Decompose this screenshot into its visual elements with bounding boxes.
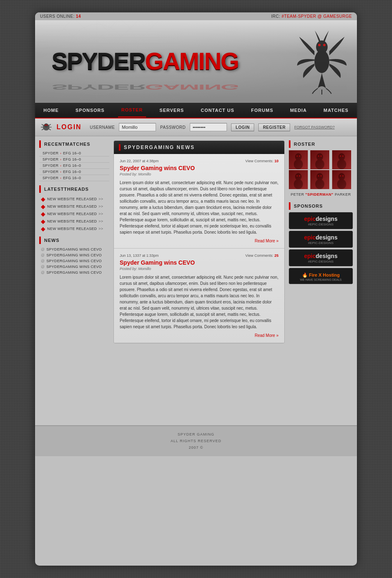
news-bullet-icon: @ <box>41 247 45 251</box>
roster-thumb <box>289 150 308 169</box>
svg-rect-46 <box>310 170 329 189</box>
post2-title[interactable]: Spyder Gaming wins CEVO <box>120 259 279 266</box>
list-item: ◆ NEW WEBSITE RELEASED >> <box>39 203 109 210</box>
roster-thumb <box>332 150 351 169</box>
center-column: SPYDERGAMING NEWS Jun 22, 2007 at 4:38pm… <box>113 140 285 421</box>
svg-point-37 <box>338 153 345 161</box>
news-post-2: Jun 13, 1337 at 1:33pm View Comments: 25… <box>114 249 284 343</box>
nav-home[interactable]: HOME <box>40 104 62 117</box>
news-bullet-icon: @ <box>41 265 45 269</box>
post2-comments: View Comments: 25 <box>246 253 279 258</box>
login-title: LOGIN <box>57 123 82 131</box>
table-row: SPYDER › EFG 16–0 <box>39 169 109 175</box>
svg-point-47 <box>316 173 323 180</box>
svg-point-49 <box>318 175 319 177</box>
bullet-icon: ◆ <box>41 211 45 217</box>
svg-rect-36 <box>332 150 351 169</box>
svg-rect-51 <box>332 170 351 189</box>
post1-author: Posted by: Momillo <box>120 172 279 176</box>
bullet-icon: ◆ <box>41 204 45 209</box>
post2-date: Jun 13, 1337 at 1:33pm <box>120 253 159 258</box>
roster-player-name: PETER "SPIDERMAN" PARKER <box>289 192 353 197</box>
banner-reflection: SPYDER GAMING <box>52 83 239 91</box>
post1-body: Lorem ipsum dolor sit amet, consectetuer… <box>120 180 279 235</box>
list-item: @ SPYDERGAMING WINS CEVO <box>39 246 109 252</box>
list-item: @ SPYDERGAMING WINS CEVO <box>39 264 109 270</box>
post1-title[interactable]: Spyder Gaming wins CEVO <box>120 165 279 171</box>
sponsors-title: SPONSORS <box>294 204 323 208</box>
nav-sponsors[interactable]: SPONSORS <box>72 104 108 117</box>
nav-roster[interactable]: ROSTER <box>118 103 146 117</box>
spider-logo <box>295 24 349 95</box>
roster-thumb <box>332 170 351 189</box>
bullet-icon: ◆ <box>41 226 45 232</box>
svg-point-43 <box>294 179 303 189</box>
nav-media[interactable]: MEDIA <box>287 104 310 117</box>
content-area: RECENTMATCHES SPYDER › EFG 16–0 SPYDER ›… <box>35 136 357 425</box>
users-online-label: USERS ONLINE: 14 <box>40 14 81 19</box>
svg-rect-31 <box>310 150 329 169</box>
list-item: ◆ NEW WEBSITE RELEASED >> <box>39 225 109 232</box>
table-row: SPYDER › EFG 16–0 <box>39 150 109 156</box>
sponsor-epicdesigns-3[interactable]: epicdesigns #EPIC-DESIGNS <box>289 249 353 266</box>
nav-servers[interactable]: SERVERS <box>156 104 187 117</box>
post2-author: Posted by: Momillo <box>120 267 279 271</box>
news-post-1: Jun 22, 2007 at 4:38pm View Comments: 10… <box>114 154 284 249</box>
news-bullet-icon: @ <box>41 253 45 257</box>
svg-point-25 <box>47 125 48 126</box>
news-left-list: @ SPYDERGAMING WINS CEVO @ SPYDERGAMING … <box>39 246 109 275</box>
login-spider-icon <box>40 121 52 133</box>
list-item: @ SPYDERGAMING WINS CEVO <box>39 252 109 258</box>
latest-threads-title: LATESTTHREADS <box>44 187 89 192</box>
news-panel-title: SPYDERGAMING NEWS <box>124 144 195 150</box>
table-row: SPYDER › EFG 16–0 <box>39 175 109 181</box>
login-button[interactable]: LOGIN <box>231 123 254 131</box>
svg-point-30 <box>299 156 300 157</box>
username-input[interactable] <box>119 123 156 131</box>
svg-point-13 <box>316 40 328 54</box>
navigation: HOME SPONSORS ROSTER SERVERS CONTACT US … <box>35 103 357 118</box>
username-label: USERNAME <box>90 125 115 130</box>
svg-point-45 <box>299 175 300 177</box>
post2-read-more[interactable]: Read More » <box>120 333 279 338</box>
news-panel-header: SPYDERGAMING NEWS <box>114 141 284 154</box>
svg-point-38 <box>337 159 346 169</box>
forgot-password-link[interactable]: FORGOT PASSWORD? <box>294 125 335 129</box>
sponsors-section: SPONSORS epicdesigns #EPIC-DESIGNS epicd… <box>289 202 353 284</box>
table-row: SPYDER › EFG 16–0 <box>39 163 109 169</box>
banner-title: SPYDER GAMING <box>52 49 239 73</box>
svg-point-55 <box>342 175 343 177</box>
irc-info: IRC: #TEAM-SPYDER @ GAMESURGE <box>271 14 352 19</box>
roster-title: ROSTER <box>294 142 315 147</box>
post1-read-more[interactable]: Read More » <box>120 239 279 243</box>
post1-date: Jun 22, 2007 at 4:38pm <box>120 159 159 163</box>
bullet-icon: ◆ <box>41 196 45 202</box>
sponsor-epicdesigns-1[interactable]: epicdesigns #EPIC-DESIGNS <box>289 212 353 229</box>
svg-point-23 <box>44 123 48 128</box>
nav-matches[interactable]: MATCHES <box>320 104 352 117</box>
post1-comments: View Comments: 10 <box>246 159 279 163</box>
footer-line2: ALL RIGHTS RESERVED <box>40 438 352 444</box>
roster-grid <box>289 150 353 189</box>
sponsor-epicdesigns-2[interactable]: epicdesigns #EPIC-DESIGNS <box>289 231 353 248</box>
list-item: ◆ NEW WEBSITE RELEASED >> <box>39 218 109 225</box>
svg-point-35 <box>321 156 322 157</box>
nav-contact[interactable]: CONTACT US <box>198 104 238 117</box>
roster-thumb <box>310 170 329 189</box>
recent-matches-title: RECENTMATCHES <box>44 142 90 147</box>
register-button[interactable]: REGISTER <box>258 123 290 131</box>
news-bullet-icon: @ <box>41 270 45 275</box>
sponsor-firexhosting[interactable]: 🔥 Fire X Hosting WE HAVE SCREAMING DEALS <box>289 268 353 284</box>
main-wrapper: USERS ONLINE: 14 IRC: #TEAM-SPYDER @ GAM… <box>35 12 357 566</box>
password-input[interactable] <box>190 123 227 131</box>
nav-forums[interactable]: FORUMS <box>248 104 277 117</box>
list-item: ◆ NEW WEBSITE RELEASED >> <box>39 195 109 203</box>
svg-point-15 <box>323 44 326 46</box>
svg-point-14 <box>318 44 321 46</box>
svg-point-28 <box>294 159 303 169</box>
right-column: ROSTER <box>289 140 353 421</box>
left-column: RECENTMATCHES SPYDER › EFG 16–0 SPYDER ›… <box>39 140 109 421</box>
svg-point-24 <box>45 125 46 126</box>
list-item: @ SPYDERGAMING WINS CEVO <box>39 270 109 275</box>
site-footer: SPYDER GAMING ALL RIGHTS RESERVED 2007 © <box>35 425 357 456</box>
